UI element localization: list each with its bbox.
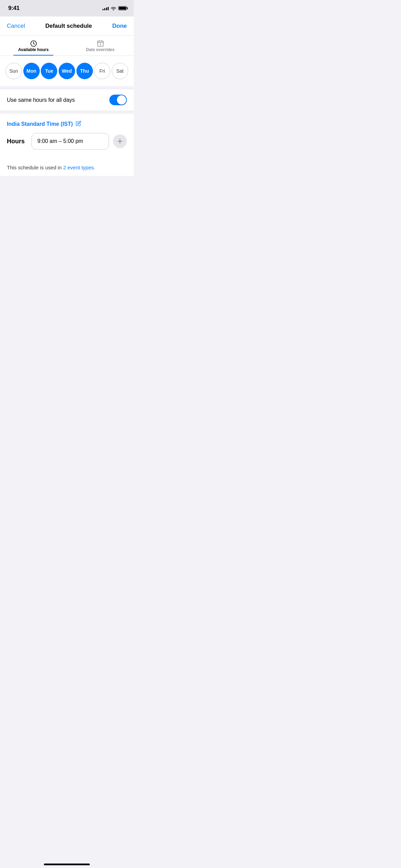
timezone-label[interactable]: India Standard Time (IST) — [7, 121, 73, 127]
battery-icon — [118, 6, 127, 10]
add-hours-button[interactable] — [113, 134, 127, 148]
tab-date-overrides-label: Date overrides — [86, 47, 114, 52]
day-thu[interactable]: Thu — [76, 63, 93, 79]
hours-row: Hours 9:00 am – 5:00 pm — [7, 133, 127, 156]
hours-range-pill[interactable]: 9:00 am – 5:00 pm — [32, 133, 109, 149]
day-fri[interactable]: Fri — [94, 63, 110, 79]
calendar-icon — [97, 40, 104, 47]
tab-available-hours[interactable]: Available hours — [0, 36, 67, 56]
clock-icon — [30, 40, 37, 47]
plus-icon — [117, 138, 123, 145]
timezone-row: India Standard Time (IST) — [7, 121, 127, 128]
pencil-icon[interactable] — [76, 121, 81, 128]
content-area — [0, 176, 134, 313]
signal-bars-icon — [102, 6, 109, 10]
day-sun[interactable]: Sun — [5, 63, 22, 79]
hours-range-text: 9:00 am – 5:00 pm — [37, 138, 83, 144]
hours-label: Hours — [7, 138, 27, 145]
day-wed[interactable]: Wed — [59, 63, 75, 79]
day-mon[interactable]: Mon — [23, 63, 40, 79]
status-bar: 9:41 — [0, 0, 134, 16]
tab-available-hours-label: Available hours — [18, 47, 49, 52]
same-hours-section: Use same hours for all days — [0, 89, 134, 111]
tab-bar: Available hours Date overrides — [0, 36, 134, 56]
wifi-icon — [111, 6, 116, 10]
schedule-info-prefix: This schedule is used in — [7, 165, 63, 170]
schedule-info-link[interactable]: 2 event types. — [63, 165, 95, 170]
schedule-info: This schedule is used in 2 event types. — [0, 159, 134, 176]
nav-bar: Cancel Default schedule Done — [0, 16, 134, 36]
tab-date-overrides[interactable]: Date overrides — [67, 36, 134, 56]
day-tue[interactable]: Tue — [41, 63, 57, 79]
cancel-button[interactable]: Cancel — [7, 23, 25, 29]
status-time: 9:41 — [8, 5, 20, 12]
status-icons — [102, 6, 127, 10]
same-hours-toggle[interactable] — [109, 95, 127, 105]
day-selector: Sun Mon Tue Wed Thu Fri Sat — [0, 56, 134, 86]
toggle-knob — [117, 95, 126, 105]
done-button[interactable]: Done — [112, 23, 127, 29]
page-title: Default schedule — [45, 23, 92, 29]
same-hours-label: Use same hours for all days — [7, 97, 75, 103]
day-sat[interactable]: Sat — [112, 63, 128, 79]
timezone-section: India Standard Time (IST) Hours 9:00 am … — [0, 114, 134, 159]
